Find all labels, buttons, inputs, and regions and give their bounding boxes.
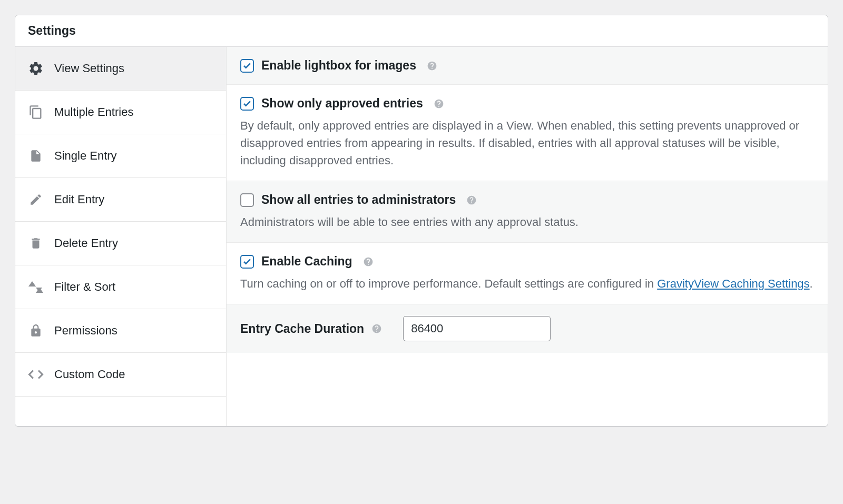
- approved-checkbox[interactable]: [240, 97, 254, 111]
- settings-panel: Settings View Settings Multiple Entries …: [15, 15, 828, 427]
- lightbox-label: Enable lightbox for images: [261, 58, 416, 73]
- trash-icon: [28, 235, 44, 251]
- sidebar-item-label: Single Entry: [54, 149, 117, 163]
- sidebar-item-filter-sort[interactable]: Filter & Sort: [15, 265, 226, 309]
- sidebar-item-label: Multiple Entries: [54, 105, 133, 119]
- sort-icon: [28, 279, 44, 295]
- sidebar-item-label: Custom Code: [54, 368, 125, 381]
- lightbox-checkbox[interactable]: [240, 59, 254, 73]
- admin-all-description: Administrators will be able to see entri…: [240, 213, 814, 231]
- help-icon[interactable]: [434, 98, 444, 109]
- setting-admin-all: Show all entries to administrators Admin…: [227, 181, 828, 243]
- panel-title: Settings: [15, 15, 828, 47]
- gear-icon: [28, 61, 44, 76]
- help-icon[interactable]: [466, 195, 477, 205]
- panel-body: View Settings Multiple Entries Single En…: [15, 47, 828, 426]
- setting-approved: Show only approved entries By default, o…: [227, 85, 828, 181]
- admin-all-label: Show all entries to administrators: [261, 193, 456, 207]
- caching-checkbox[interactable]: [240, 255, 254, 269]
- setting-cache-duration: Entry Cache Duration: [227, 304, 828, 353]
- sidebar-item-label: Filter & Sort: [54, 280, 115, 294]
- sidebar-item-custom-code[interactable]: Custom Code: [15, 353, 226, 397]
- lock-icon: [28, 323, 44, 339]
- cache-duration-input[interactable]: [403, 316, 551, 341]
- caching-description: Turn caching on or off to improve perfor…: [240, 275, 814, 292]
- copies-icon: [28, 104, 44, 120]
- setting-lightbox: Enable lightbox for images: [227, 47, 828, 85]
- help-icon[interactable]: [371, 323, 382, 334]
- approved-description: By default, only approved entries are di…: [240, 117, 814, 169]
- approved-label: Show only approved entries: [261, 96, 423, 111]
- caching-label: Enable Caching: [261, 254, 352, 269]
- admin-all-checkbox[interactable]: [240, 193, 254, 207]
- caching-settings-link[interactable]: GravityView Caching Settings: [657, 277, 809, 290]
- sidebar-item-single-entry[interactable]: Single Entry: [15, 134, 226, 178]
- sidebar-item-permissions[interactable]: Permissions: [15, 309, 226, 353]
- sidebar-item-multiple-entries[interactable]: Multiple Entries: [15, 91, 226, 134]
- code-icon: [28, 367, 44, 382]
- file-icon: [28, 148, 44, 164]
- setting-caching: Enable Caching Turn caching on or off to…: [227, 243, 828, 304]
- settings-content: Enable lightbox for images Show only app…: [226, 47, 828, 426]
- sidebar-item-view-settings[interactable]: View Settings: [15, 47, 226, 91]
- sidebar-item-edit-entry[interactable]: Edit Entry: [15, 178, 226, 222]
- sidebar-item-label: Permissions: [54, 324, 117, 338]
- help-icon[interactable]: [427, 61, 437, 71]
- cache-duration-label: Entry Cache Duration: [240, 322, 364, 336]
- pencil-icon: [28, 192, 44, 207]
- settings-sidebar: View Settings Multiple Entries Single En…: [15, 47, 226, 426]
- help-icon[interactable]: [363, 256, 374, 267]
- sidebar-item-delete-entry[interactable]: Delete Entry: [15, 222, 226, 265]
- sidebar-item-label: Delete Entry: [54, 236, 118, 250]
- sidebar-item-label: Edit Entry: [54, 193, 104, 206]
- sidebar-item-label: View Settings: [54, 62, 124, 75]
